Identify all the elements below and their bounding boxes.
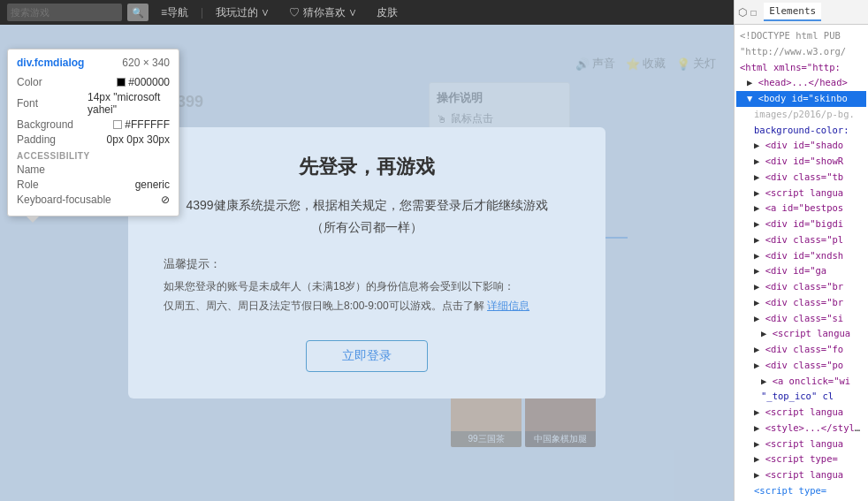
inspector-padding-row: Padding 0px 0px 30px xyxy=(17,133,170,146)
inspector-name-row: Name xyxy=(17,163,170,176)
modal-subtitle: 4399健康系统提示您，根据相关规定，您需要登录后才能继续游戏 （所有公司都一样… xyxy=(164,194,570,239)
inspector-classname: div.fcmdialog xyxy=(17,57,84,69)
devtools-line-script1[interactable]: ▶ <script langua xyxy=(736,186,866,201)
devtools-line-url: "http://www.w3.org/ xyxy=(736,44,866,60)
devtools-line-bestpos[interactable]: ▶ <a id="bestpos xyxy=(736,201,866,216)
role-value: generic xyxy=(135,178,170,191)
devtools-line-script4[interactable]: ▶ <script langua xyxy=(736,436,866,452)
font-value: 14px "microsoft yahei" xyxy=(88,91,170,116)
devtools-line-ga[interactable]: ▶ <div id="ga xyxy=(736,263,866,279)
color-label: Color xyxy=(17,76,88,88)
device-icon[interactable]: ☐ xyxy=(750,6,757,19)
devtools-line-style[interactable]: ▶ <style>...</style> xyxy=(736,421,866,436)
devtools-line-shado[interactable]: ▶ <div id="shado xyxy=(736,138,866,154)
modal-title: 先登录，再游戏 xyxy=(164,154,570,180)
devtools-panel: ⬡ ☐ Elements <!DOCTYPE html PUB "http://… xyxy=(734,0,868,501)
inspector-bg-row: Background #FFFFFF xyxy=(17,118,170,131)
inspector-icon[interactable]: ⬡ xyxy=(738,6,747,19)
font-label: Font xyxy=(17,97,88,110)
inspector-keyboard-row: Keyboard-focusable ⊘ xyxy=(17,194,170,206)
bg-label: Background xyxy=(17,118,88,131)
devtools-line-br1[interactable]: ▶ <div class="br xyxy=(736,279,866,295)
modal-warning-text: 如果您登录的账号是未成年人（未满18岁）的身份信息将会受到以下影响： 仅周五、周… xyxy=(164,277,570,315)
search-icon: 🔍 xyxy=(132,7,144,19)
devtools-line-script-type2[interactable]: <script type= xyxy=(736,483,866,499)
devtools-line-html: <html xmlns="http: xyxy=(736,60,866,76)
devtools-line-fo[interactable]: ▶ <div class="fo xyxy=(736,342,866,358)
nav-item-played[interactable]: 我玩过的 ∨ xyxy=(209,5,277,20)
devtools-line-script-type1[interactable]: ▶ <script type= xyxy=(736,452,866,467)
devtools-tabs: ⬡ ☐ Elements xyxy=(735,0,868,25)
modal-warning-link[interactable]: 详细信息 xyxy=(487,300,529,312)
devtools-line-script2[interactable]: ▶ <script langua xyxy=(736,326,866,342)
devtools-content: <!DOCTYPE html PUB "http://www.w3.org/ <… xyxy=(735,25,868,501)
nav-item-skin[interactable]: 皮肤 xyxy=(369,5,405,20)
nav-item-recommend[interactable]: ♡ 猜你喜欢 ∨ xyxy=(282,5,364,20)
devtools-line-bg-color: background-color: xyxy=(736,123,866,139)
keyboard-label: Keyboard-focusable xyxy=(17,194,111,206)
inspector-dimensions: 620 × 340 xyxy=(122,57,170,69)
devtools-line-doctype: <!DOCTYPE html PUB xyxy=(736,28,866,44)
devtools-line-body[interactable]: ▼ <body id="skinbo xyxy=(736,91,866,107)
devtools-line-bg-img: images/p2016/p-bg. xyxy=(736,107,866,123)
devtools-line-showr[interactable]: ▶ <div id="showR xyxy=(736,154,866,170)
color-value: #000000 xyxy=(117,76,170,88)
devtools-line-head[interactable]: ▶ <head>...</head> xyxy=(736,75,866,91)
devtools-line-bigdi[interactable]: ▶ <div id="bigdi xyxy=(736,216,866,232)
login-modal: 先登录，再游戏 4399健康系统提示您，根据相关规定，您需要登录后才能继续游戏 … xyxy=(128,127,605,399)
modal-warning-title: 温馨提示： xyxy=(164,256,570,272)
name-label: Name xyxy=(17,163,88,176)
devtools-line-script5[interactable]: ▶ <script langua xyxy=(736,467,866,483)
devtools-line-onclick[interactable]: ▶ <a onclick="wi xyxy=(736,374,866,390)
color-swatch-black xyxy=(117,78,126,87)
devtools-line-si[interactable]: ▶ <div class="si xyxy=(736,311,866,327)
top-navigation: 🔍 ≡导航 | 我玩过的 ∨ ♡ 猜你喜欢 ∨ 皮肤 xyxy=(0,0,734,25)
devtools-line-tb[interactable]: ▶ <div class="tb xyxy=(736,170,866,186)
inspector-role-row: Role generic xyxy=(17,178,170,191)
search-button[interactable]: 🔍 xyxy=(127,4,148,21)
role-label: Role xyxy=(17,178,88,191)
nav-item-navigation[interactable]: ≡导航 xyxy=(154,5,195,20)
accessibility-section: ACCESSIBILITY xyxy=(17,151,170,161)
devtools-line-br2[interactable]: ▶ <div class="br xyxy=(736,295,866,311)
devtools-line-top-ico: "_top_ico" cl xyxy=(736,389,866,405)
search-input[interactable] xyxy=(7,4,122,21)
inspector-color-row: Color #000000 xyxy=(17,76,170,88)
login-button[interactable]: 立即登录 xyxy=(306,340,428,372)
devtools-line-script3[interactable]: ▶ <script langua xyxy=(736,405,866,421)
inspector-header: div.fcmdialog 620 × 340 xyxy=(17,57,170,69)
devtools-line-xndsh[interactable]: ▶ <div id="xndsh xyxy=(736,248,866,264)
tab-elements[interactable]: Elements xyxy=(764,3,821,21)
inspector-tooltip: div.fcmdialog 620 × 340 Color #000000 Fo… xyxy=(7,49,179,216)
bg-value: #FFFFFF xyxy=(113,118,170,131)
inspector-font-row: Font 14px "microsoft yahei" xyxy=(17,91,170,116)
keyboard-value: ⊘ xyxy=(161,194,170,206)
modal-warning: 温馨提示： 如果您登录的账号是未成年人（未满18岁）的身份信息将会受到以下影响：… xyxy=(164,256,570,315)
padding-label: Padding xyxy=(17,133,88,146)
padding-value: 0px 0px 30px xyxy=(107,133,170,146)
color-swatch-white xyxy=(113,120,122,129)
devtools-line-pl[interactable]: ▶ <div class="pl xyxy=(736,232,866,248)
devtools-line-po[interactable]: ▶ <div class="po xyxy=(736,358,866,374)
